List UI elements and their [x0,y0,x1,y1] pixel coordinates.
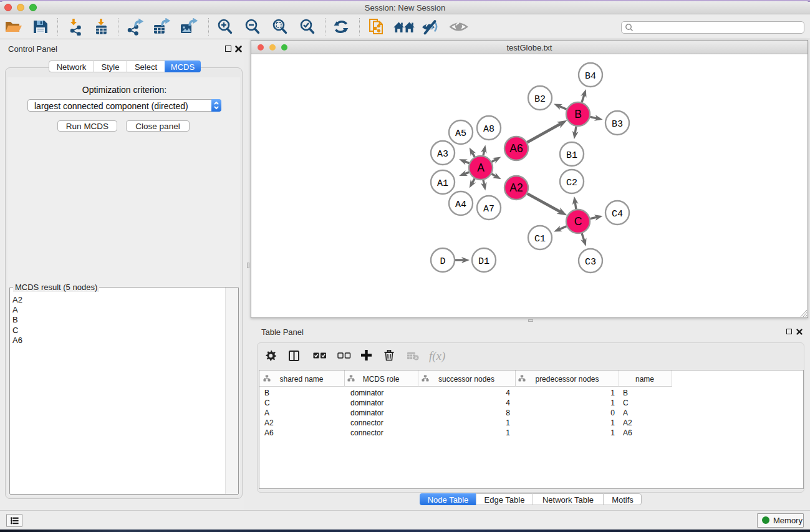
svg-text:C: C [574,215,582,228]
svg-text:C1: C1 [534,234,546,244]
svg-text:A5: A5 [455,128,466,139]
svg-text:C3: C3 [585,257,596,268]
svg-text:C4: C4 [612,209,623,220]
svg-text:D1: D1 [478,256,489,267]
svg-text:B4: B4 [585,71,596,82]
svg-text:A7: A7 [483,204,494,215]
svg-text:A6: A6 [509,142,523,155]
svg-text:C2: C2 [566,178,577,188]
svg-text:B3: B3 [612,119,623,130]
svg-text:A1: A1 [437,178,448,189]
svg-text:A2: A2 [509,181,523,194]
svg-text:B2: B2 [534,94,546,105]
svg-text:D: D [440,256,445,267]
svg-text:B1: B1 [566,150,577,161]
svg-text:A3: A3 [437,149,448,160]
svg-text:A: A [477,162,485,174]
svg-text:B: B [574,108,582,120]
svg-text:A8: A8 [483,124,494,135]
svg-text:A4: A4 [455,200,466,210]
